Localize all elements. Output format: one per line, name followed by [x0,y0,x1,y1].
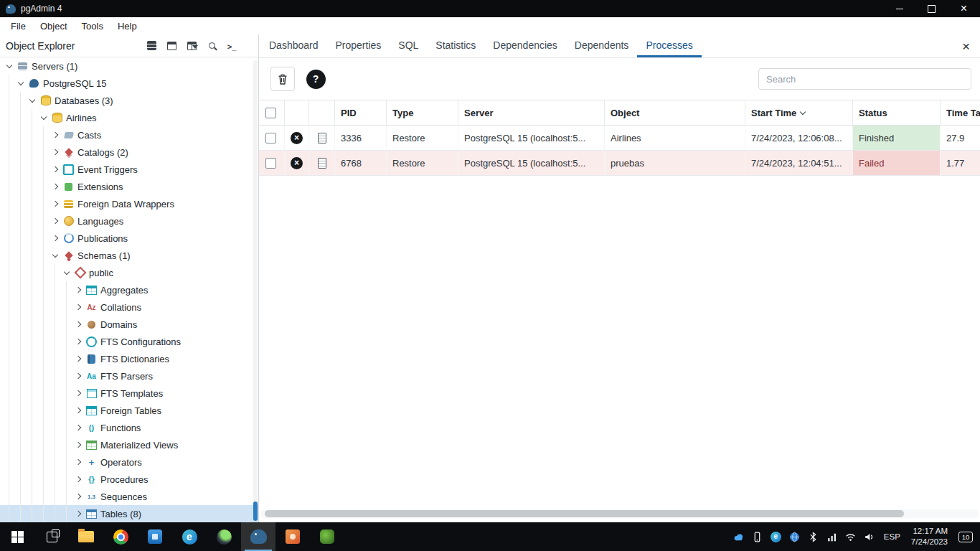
tree-item-procedures[interactable]: {}Procedures [0,471,258,488]
chevron-right-icon[interactable] [72,385,85,402]
chevron-right-icon[interactable] [49,178,62,195]
start-button[interactable] [0,522,34,551]
close-panel-icon[interactable] [962,39,970,53]
column-header-pid[interactable]: PID [335,100,387,125]
chevron-down-icon[interactable] [60,264,73,281]
tree-item-operators[interactable]: +Operators [0,453,258,471]
tree-item-extensions[interactable]: Extensions [0,178,258,195]
horizontal-scrollbar-thumb[interactable] [265,510,904,517]
quick-connect-server-button[interactable] [142,37,161,55]
menu-object[interactable]: Object [34,21,75,32]
tree-item-servers-1[interactable]: Servers (1) [0,57,258,75]
tree-item-fts-configurations[interactable]: FTS Configurations [0,333,258,350]
horizontal-scrollbar-track[interactable] [260,509,979,518]
stop-process-icon[interactable] [291,157,303,169]
delete-process-button[interactable] [270,67,295,91]
chevron-right-icon[interactable] [72,453,85,471]
chevron-right-icon[interactable] [49,230,62,247]
psql-tool-button[interactable] [222,37,241,55]
tab-dashboard[interactable]: Dashboard [260,34,327,57]
row-checkbox[interactable] [265,158,276,169]
chevron-right-icon[interactable] [72,419,85,436]
tree-item-fts-templates[interactable]: FTS Templates [0,385,258,402]
tree-item-languages[interactable]: Languages [0,212,258,230]
notification-center-icon[interactable]: 10 [958,532,973,542]
tree-item-postgresql-15[interactable]: PostgreSQL 15 [0,75,258,92]
tree-item-sequences[interactable]: 1.3Sequences [0,488,258,505]
help-button[interactable] [303,67,328,91]
column-header-start-time[interactable]: Start Time [745,100,853,125]
chrome-button[interactable] [103,522,138,551]
minimize-button[interactable] [883,0,915,17]
chevron-right-icon[interactable] [72,505,85,522]
tree-item-foreign-data-wrappers[interactable]: Foreign Data Wrappers [0,195,258,212]
stop-process-icon[interactable] [291,132,303,144]
edge-button[interactable] [172,522,207,551]
tree-item-aggregates[interactable]: Aggregates [0,281,258,298]
view-data-button[interactable] [162,37,181,55]
edge-tray-icon[interactable] [770,531,782,543]
taskbar-clock[interactable]: 12:17 AM 7/24/2023 [911,526,948,547]
tree-item-collations[interactable]: AzCollations [0,298,258,316]
tree-item-fts-parsers[interactable]: AaFTS Parsers [0,367,258,385]
chevron-right-icon[interactable] [49,161,62,178]
select-all-checkbox[interactable] [265,108,276,118]
menu-tools[interactable]: Tools [75,21,111,32]
column-header-status[interactable]: Status [853,100,941,125]
chevron-right-icon[interactable] [72,436,85,453]
wifi-tray-icon[interactable] [844,531,857,543]
bluetooth-tray-icon[interactable] [807,531,819,543]
column-header-type[interactable]: Type [387,100,458,125]
filtered-rows-button[interactable] [182,37,201,55]
tab-properties[interactable]: Properties [327,34,390,57]
search-objects-button[interactable] [202,37,221,55]
chevron-down-icon[interactable] [3,57,16,75]
chevron-down-icon[interactable] [37,109,50,126]
network-globe-tray-icon[interactable] [788,531,801,543]
tree-item-casts[interactable]: Casts [0,126,258,143]
tree-item-domains[interactable]: Domains [0,316,258,333]
tree-scrollbar-track[interactable] [253,60,258,521]
chevron-down-icon[interactable] [49,247,62,264]
chevron-right-icon[interactable] [72,367,85,385]
pinned-app-button-1[interactable] [138,522,172,551]
language-indicator[interactable]: ESP [884,532,900,541]
tab-sql[interactable]: SQL [390,34,427,57]
column-header-object[interactable]: Object [605,100,745,125]
cellular-signal-tray-icon[interactable] [826,531,838,543]
tree-item-foreign-tables[interactable]: Foreign Tables [0,402,258,419]
chevron-right-icon[interactable] [72,333,85,350]
chevron-right-icon[interactable] [72,350,85,367]
tree-item-schemas-1[interactable]: Schemas (1) [0,247,258,264]
tree-item-materialized-views[interactable]: Materialized Views [0,436,258,453]
row-checkbox[interactable] [265,133,276,143]
tree-item-tables-8[interactable]: Tables (8) [0,505,258,522]
menu-help[interactable]: Help [111,21,145,32]
chevron-right-icon[interactable] [72,402,85,419]
chevron-right-icon[interactable] [49,195,62,212]
task-view-button[interactable] [34,522,69,551]
tree-item-airlines[interactable]: Airlines [0,109,258,126]
maximize-button[interactable] [915,0,948,17]
chevron-right-icon[interactable] [49,126,62,143]
running-app-button-1[interactable] [275,522,310,551]
pinned-app-button-2[interactable] [207,522,241,551]
tree-scrollbar-thumb[interactable] [253,501,258,521]
chevron-right-icon[interactable] [49,143,62,161]
chevron-right-icon[interactable] [72,471,85,488]
chevron-down-icon[interactable] [26,92,39,109]
column-header-time-taken[interactable]: Time Taken [941,100,980,125]
phone-tray-icon[interactable] [751,531,763,543]
tree-item-fts-dictionaries[interactable]: FTS Dictionaries [0,350,258,367]
chevron-right-icon[interactable] [49,212,62,230]
menu-file[interactable]: File [4,21,34,32]
tree-item-databases-3[interactable]: Databases (3) [0,92,258,109]
tree-item-functions[interactable]: ()Functions [0,419,258,436]
close-window-button[interactable] [948,0,980,17]
tree-item-publications[interactable]: Publications [0,230,258,247]
pgadmin-taskbar-button[interactable] [241,522,275,551]
tab-dependents[interactable]: Dependents [566,34,638,57]
column-header-server[interactable]: Server [458,100,605,125]
chevron-down-icon[interactable] [14,75,27,92]
cloud-tray-icon[interactable] [732,531,745,543]
